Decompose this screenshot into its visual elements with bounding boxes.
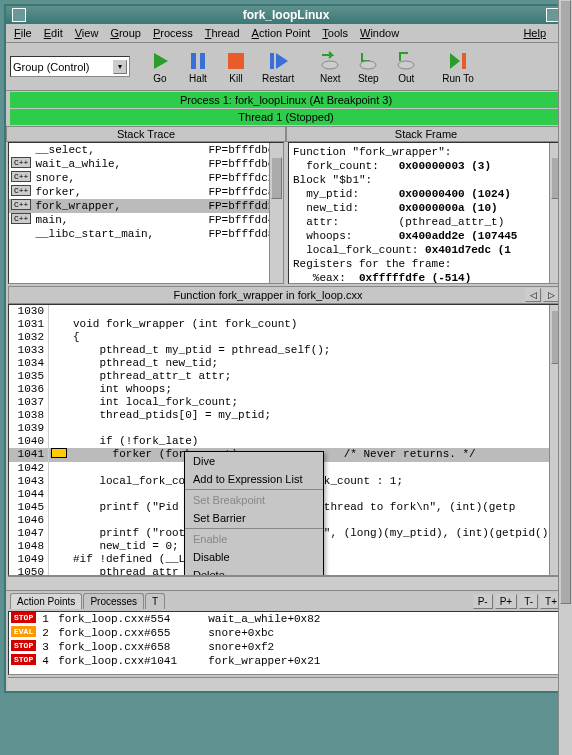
stack-row[interactable]: C++main, FP=bfffdd48 bbox=[9, 213, 283, 227]
tab-action-points[interactable]: Action Points bbox=[10, 593, 82, 609]
bottom-tabs: Action PointsProcessesT P-P+T-T+ bbox=[6, 590, 566, 611]
nav-back-button[interactable]: ◁ bbox=[525, 288, 541, 302]
svg-rect-10 bbox=[462, 53, 466, 69]
chevron-down-icon[interactable]: ▾ bbox=[113, 60, 127, 74]
svg-rect-3 bbox=[228, 53, 244, 69]
stack-row[interactable]: C++fork_wrapper, FP=bfffdd18 bbox=[9, 199, 283, 213]
scrollbar[interactable] bbox=[269, 143, 283, 283]
ctx-enable: Enable bbox=[185, 530, 323, 548]
window-menu-icon[interactable] bbox=[12, 8, 26, 22]
action-points-pane[interactable]: STOP1fork_loop.cxx#554wait_a_while+0x82E… bbox=[8, 611, 564, 675]
menu-tools[interactable]: Tools bbox=[322, 27, 348, 39]
menu-file[interactable]: File bbox=[14, 27, 32, 39]
window-title: fork_loopLinux bbox=[26, 8, 546, 22]
source-line[interactable]: 1033 pthread_t my_ptid = pthread_self(); bbox=[9, 344, 563, 357]
title-bar: fork_loopLinux bbox=[6, 6, 566, 24]
menu-help[interactable]: Help bbox=[523, 27, 546, 39]
stack-row[interactable]: C++forker, FP=bfffdca8 bbox=[9, 185, 283, 199]
menu-group[interactable]: Group bbox=[110, 27, 141, 39]
h-scrollbar[interactable] bbox=[8, 576, 564, 590]
svg-point-7 bbox=[360, 61, 376, 69]
source-header: Function fork_wrapper in fork_loop.cxx ◁… bbox=[8, 286, 564, 304]
stack-row[interactable]: C++wait_a_while, FP=bfffdbe8 bbox=[9, 157, 283, 171]
source-line[interactable]: 1036 int whoops; bbox=[9, 383, 563, 396]
action-point-row[interactable]: STOP4fork_loop.cxx#1041fork_wrapper+0x21 bbox=[9, 654, 563, 668]
source-line[interactable]: 1037 int local_fork_count; bbox=[9, 396, 563, 409]
svg-rect-1 bbox=[191, 53, 196, 69]
process-status: Process 1: fork_loopLinux (At Breakpoint… bbox=[10, 92, 562, 108]
source-line[interactable]: 1040 if (!fork_late) bbox=[9, 435, 563, 448]
ctx-set-barrier[interactable]: Set Barrier bbox=[185, 509, 323, 527]
svg-marker-5 bbox=[276, 53, 288, 69]
ctx-delete[interactable]: Delete bbox=[185, 566, 323, 576]
scrollbar[interactable] bbox=[558, 611, 564, 675]
source-line[interactable]: 1031void fork_wrapper (int fork_count) bbox=[9, 318, 563, 331]
menu-thread[interactable]: Thread bbox=[205, 27, 240, 39]
group-combo[interactable]: Group (Control) ▾ bbox=[10, 56, 130, 77]
action-point-row[interactable]: STOP3fork_loop.cxx#658snore+0xf2 bbox=[9, 640, 563, 654]
stack-row[interactable]: C++__select, FP=bfffdbe8 bbox=[9, 143, 283, 157]
stack-trace-pane[interactable]: C++__select, FP=bfffdbe8C++wait_a_while,… bbox=[8, 142, 284, 284]
step-button[interactable]: Step bbox=[350, 47, 386, 86]
menu-bar: FileEditViewGroupProcessThreadAction Poi… bbox=[6, 24, 566, 43]
stack-row[interactable]: C++snore, FP=bfffdc28 bbox=[9, 171, 283, 185]
source-line[interactable]: 1032{ bbox=[9, 331, 563, 344]
source-line[interactable]: 1038 thread_ptids[0] = my_ptid; bbox=[9, 409, 563, 422]
action-point-row[interactable]: STOP1fork_loop.cxx#554wait_a_while+0x82 bbox=[9, 612, 563, 626]
source-line[interactable]: 1034 pthread_t new_tid; bbox=[9, 357, 563, 370]
stack-row[interactable]: C++__libc_start_main, FP=bfffdd88 bbox=[9, 227, 283, 241]
thread-status: Thread 1 (Stopped) bbox=[10, 109, 562, 125]
restart-button[interactable]: Restart bbox=[256, 47, 300, 86]
svg-rect-4 bbox=[270, 53, 274, 69]
context-menu[interactable]: DiveAdd to Expression ListSet Breakpoint… bbox=[184, 451, 324, 576]
menu-edit[interactable]: Edit bbox=[44, 27, 63, 39]
ctx-disable[interactable]: Disable bbox=[185, 548, 323, 566]
ctx-dive[interactable]: Dive bbox=[185, 452, 323, 470]
menu-view[interactable]: View bbox=[75, 27, 99, 39]
ctx-add-to-expression-list[interactable]: Add to Expression List bbox=[185, 470, 323, 488]
svg-point-6 bbox=[322, 61, 338, 69]
btn-p-[interactable]: P- bbox=[473, 594, 493, 609]
source-line[interactable]: 1030 bbox=[9, 305, 563, 318]
svg-point-8 bbox=[398, 61, 414, 69]
svg-rect-2 bbox=[200, 53, 205, 69]
halt-button[interactable]: Halt bbox=[180, 47, 216, 86]
stack-frame-header: Stack Frame bbox=[286, 126, 566, 142]
menu-window[interactable]: Window bbox=[360, 27, 399, 39]
action-point-row[interactable]: EVAL2fork_loop.cxx#655snore+0xbc bbox=[9, 626, 563, 640]
next-button[interactable]: Next bbox=[312, 47, 348, 86]
pc-arrow-icon bbox=[51, 448, 67, 458]
menu-process[interactable]: Process bbox=[153, 27, 193, 39]
nav-fwd-button[interactable]: ▷ bbox=[543, 288, 559, 302]
menu-action-point[interactable]: Action Point bbox=[252, 27, 311, 39]
stack-frame-pane[interactable]: Function "fork_wrapper": fork_count: 0x0… bbox=[288, 142, 564, 284]
ctx-set-breakpoint: Set Breakpoint bbox=[185, 491, 323, 509]
btn-t-[interactable]: T- bbox=[519, 594, 538, 609]
tab-t[interactable]: T bbox=[145, 593, 165, 609]
kill-button[interactable]: Kill bbox=[218, 47, 254, 86]
go-button[interactable]: Go bbox=[142, 47, 178, 86]
runto-button[interactable]: Run To bbox=[436, 47, 480, 86]
source-pane[interactable]: 10301031void fork_wrapper (int fork_coun… bbox=[8, 304, 564, 576]
svg-marker-9 bbox=[450, 53, 460, 69]
svg-marker-0 bbox=[154, 53, 168, 69]
h-scrollbar[interactable] bbox=[8, 677, 564, 691]
source-line[interactable]: 1035 pthread_attr_t attr; bbox=[9, 370, 563, 383]
out-button[interactable]: Out bbox=[388, 47, 424, 86]
tab-processes[interactable]: Processes bbox=[83, 593, 144, 609]
btn-p+[interactable]: P+ bbox=[495, 594, 518, 609]
stack-trace-header: Stack Trace bbox=[6, 126, 286, 142]
source-line[interactable]: 1039 bbox=[9, 422, 563, 435]
toolbar: Group (Control) ▾ Go Halt Kill Restart N… bbox=[6, 43, 566, 91]
